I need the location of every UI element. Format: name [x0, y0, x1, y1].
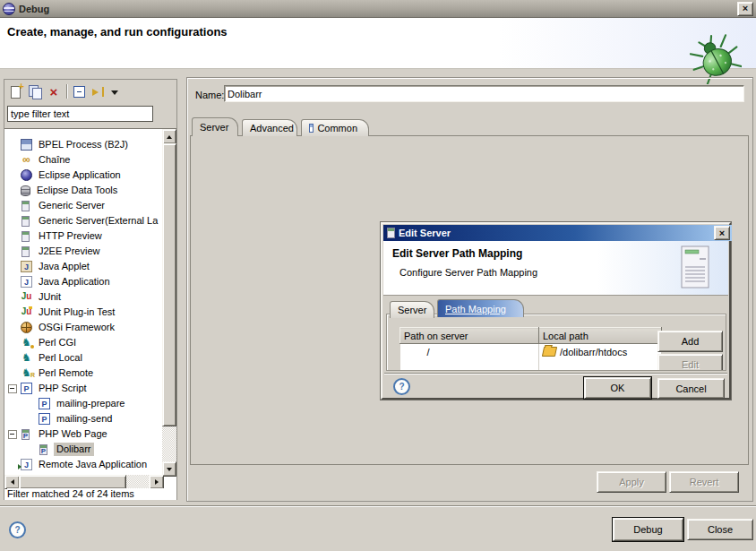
tab-common[interactable]: Common — [301, 119, 369, 136]
tree-item-label: Perl Local — [36, 351, 85, 365]
new-configuration-icon[interactable] — [8, 83, 24, 99]
dialog-tab-path-mapping[interactable]: Path Mapping — [437, 299, 524, 317]
perl-remote-icon — [21, 367, 32, 379]
tree-item-eclipse-application[interactable]: Eclipse Application — [4, 168, 176, 183]
tree-item-php-web-page[interactable]: PHP Web Page — [4, 426, 176, 442]
tree-vscrollbar[interactable] — [162, 129, 176, 475]
dialog-subheading: Configure Server Path Mapping — [399, 267, 537, 278]
osgi-framework-icon — [21, 322, 32, 333]
tree-item-label: Generic Server(External La — [36, 214, 160, 228]
tree-item-generic-server[interactable]: Generic Server — [4, 198, 176, 213]
sidebar-toolbar: × — [4, 80, 176, 103]
name-label: Name: — [195, 90, 224, 100]
debug-button[interactable]: Debug — [613, 518, 683, 541]
tree-item-label: Java Applet — [36, 260, 92, 273]
database-icon — [21, 185, 30, 196]
tree-item-remote-java-application[interactable]: Remote Java Application — [4, 457, 176, 472]
tree-item-eclipse-data-tools[interactable]: Eclipse Data Tools — [4, 183, 176, 198]
scroll-up-icon[interactable] — [162, 129, 176, 144]
perl-cgi-icon — [21, 337, 32, 349]
filter-input[interactable] — [7, 106, 153, 122]
junit-icon — [21, 291, 32, 303]
server-tower-image — [676, 245, 716, 291]
server-path-cell[interactable]: / — [400, 344, 539, 360]
tree-item-label: Java Application — [36, 275, 113, 288]
tree-item-perl-cgi[interactable]: Perl CGI — [4, 335, 176, 350]
collapse-all-icon[interactable] — [72, 83, 88, 99]
eclipse-logo-icon — [3, 3, 15, 15]
ok-button[interactable]: OK — [584, 377, 651, 399]
filter-status-text: Filter matched 24 of 24 items — [7, 488, 174, 499]
vscroll-thumb[interactable] — [162, 143, 176, 426]
scroll-down-icon[interactable] — [162, 461, 176, 477]
tree-item-java-applet[interactable]: Java Applet — [4, 259, 176, 274]
hscroll-thumb[interactable] — [19, 475, 126, 489]
tree-item-java-application[interactable]: Java Application — [4, 274, 176, 289]
table-header-row: Path on server Local path — [400, 328, 662, 344]
configuration-name-input[interactable] — [224, 85, 744, 102]
help-icon[interactable]: ? — [9, 521, 26, 538]
dialog-close-button[interactable]: × — [714, 226, 730, 240]
table-row[interactable]: / /dolibarr/htdocs — [400, 344, 662, 360]
local-path-cell[interactable]: /dolibarr/htdocs — [539, 344, 662, 360]
dialog-help-icon[interactable]: ? — [393, 378, 410, 395]
revert-button: Revert — [669, 471, 739, 493]
bpel-process-icon — [21, 139, 32, 151]
perl-local-icon — [21, 352, 32, 364]
tab-server[interactable]: Server — [192, 117, 238, 136]
footer-separator — [0, 505, 756, 506]
delete-configuration-icon[interactable]: × — [46, 83, 62, 99]
remote-java-icon — [21, 459, 32, 470]
tree-item-label: mailing-send — [54, 412, 115, 426]
tree-item-label: OSGi Framework — [36, 321, 117, 334]
column-path-on-server[interactable]: Path on server — [400, 328, 539, 344]
tree-item-bpel-process-b2j[interactable]: BPEL Process (B2J) — [4, 137, 176, 152]
tree-item-osgi-framework[interactable]: OSGi Framework — [4, 320, 176, 335]
add-mapping-button[interactable]: Add — [657, 331, 723, 352]
tab-advanced[interactable]: Advanced — [242, 119, 297, 136]
apply-button: Apply — [597, 471, 666, 493]
dialog-heading: Edit Server Path Mapping — [392, 247, 522, 260]
table-row-empty[interactable] — [400, 360, 662, 372]
tree-item-http-preview[interactable]: HTTP Preview — [4, 228, 176, 244]
filter-icon[interactable] — [90, 83, 107, 99]
window-close-button[interactable]: × — [737, 2, 753, 16]
php-web-page-icon — [21, 429, 30, 440]
collapse-toggle-icon[interactable] — [8, 430, 17, 439]
tree-item-junit[interactable]: JUnit — [4, 289, 176, 305]
tree-item-j2ee-preview[interactable]: J2EE Preview — [4, 244, 176, 259]
toolbar-separator — [66, 84, 67, 99]
tree-hscrollbar[interactable] — [4, 475, 162, 489]
tree-item-perl-local[interactable]: Perl Local — [4, 350, 176, 366]
collapse-toggle-icon[interactable] — [8, 384, 17, 393]
tree-item-junit-plug-in-test[interactable]: JUnit Plug-in Test — [4, 305, 176, 320]
server-icon — [21, 216, 30, 227]
path-mapping-table[interactable]: Path on server Local path / /dolibarr/ht… — [399, 327, 662, 371]
debug-configurations-window: Debug × Create, manage, and run configur… — [0, 0, 756, 551]
dialog-button-separator — [384, 373, 727, 374]
server-icon — [21, 246, 30, 257]
tree-item-generic-server-external-la[interactable]: Generic Server(External La — [4, 213, 176, 228]
close-button[interactable]: Close — [687, 519, 753, 540]
tree-item-perl-remote[interactable]: Perl Remote — [4, 366, 176, 381]
menu-dropdown-icon[interactable] — [109, 83, 119, 99]
tree-item-cha-ne[interactable]: Chaîne — [4, 152, 176, 168]
tree-item-mailing-send[interactable]: mailing-send — [4, 411, 176, 426]
scroll-right-icon[interactable] — [149, 475, 164, 489]
java-applet-icon — [21, 261, 32, 272]
tree-item-dolibarr[interactable]: Dolibarr — [4, 442, 176, 457]
cancel-button[interactable]: Cancel — [657, 378, 725, 399]
tree-item-mailing-prepare[interactable]: mailing-prepare — [4, 396, 176, 411]
column-local-path[interactable]: Local path — [539, 328, 662, 344]
duplicate-configuration-icon[interactable] — [27, 83, 43, 99]
php-script-icon — [21, 383, 32, 394]
path-mapping-panel: Path on server Local path / /dolibarr/ht… — [386, 314, 726, 371]
php-file-icon — [39, 398, 50, 409]
scroll-left-icon[interactable] — [4, 475, 20, 489]
tree-item-label: HTTP Preview — [36, 229, 105, 243]
edit-mapping-button: Edit — [657, 354, 723, 371]
tree-item-label: JUnit — [36, 290, 64, 304]
dialog-tab-server[interactable]: Server — [390, 301, 434, 318]
tree-item-php-script[interactable]: PHP Script — [4, 381, 176, 396]
junit-plugin-icon — [21, 306, 32, 318]
